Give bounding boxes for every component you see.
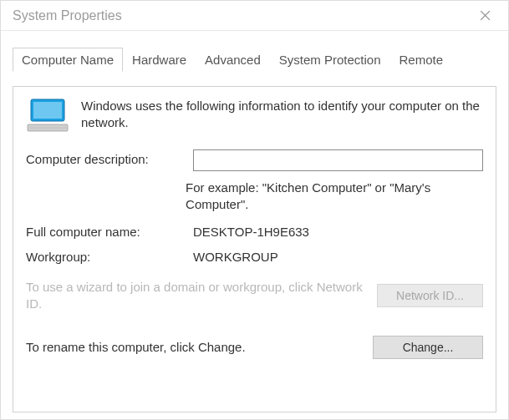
svg-rect-3 xyxy=(33,102,62,119)
workgroup-label: Workgroup: xyxy=(26,247,193,264)
close-button[interactable] xyxy=(466,4,503,28)
fullname-value: DESKTOP-1H9E633 xyxy=(193,222,483,239)
tab-computer-name[interactable]: Computer Name xyxy=(13,48,123,72)
rename-text: To rename this computer, click Change. xyxy=(26,339,246,356)
network-id-button: Network ID... xyxy=(377,284,483,307)
tab-strip: Computer Name Hardware Advanced System P… xyxy=(1,31,508,71)
description-example: For example: "Kitchen Computer" or "Mary… xyxy=(186,180,483,214)
change-button[interactable]: Change... xyxy=(373,336,483,359)
description-input[interactable] xyxy=(193,149,483,171)
workgroup-value: WORKGROUP xyxy=(193,247,483,264)
computer-name-panel: Windows uses the following information t… xyxy=(13,86,496,412)
network-id-text: To use a wizard to join a domain or work… xyxy=(26,279,367,313)
tab-advanced[interactable]: Advanced xyxy=(196,48,270,72)
window-title: System Properties xyxy=(13,8,122,23)
title-bar: System Properties xyxy=(1,1,508,31)
description-label: Computer description: xyxy=(26,149,193,166)
tab-system-protection[interactable]: System Protection xyxy=(270,48,390,72)
tab-hardware[interactable]: Hardware xyxy=(123,48,196,72)
close-icon xyxy=(481,11,490,20)
fullname-label: Full computer name: xyxy=(26,222,193,239)
tab-remote[interactable]: Remote xyxy=(390,48,453,72)
computer-icon xyxy=(26,98,69,134)
intro-text: Windows uses the following information t… xyxy=(81,98,483,132)
